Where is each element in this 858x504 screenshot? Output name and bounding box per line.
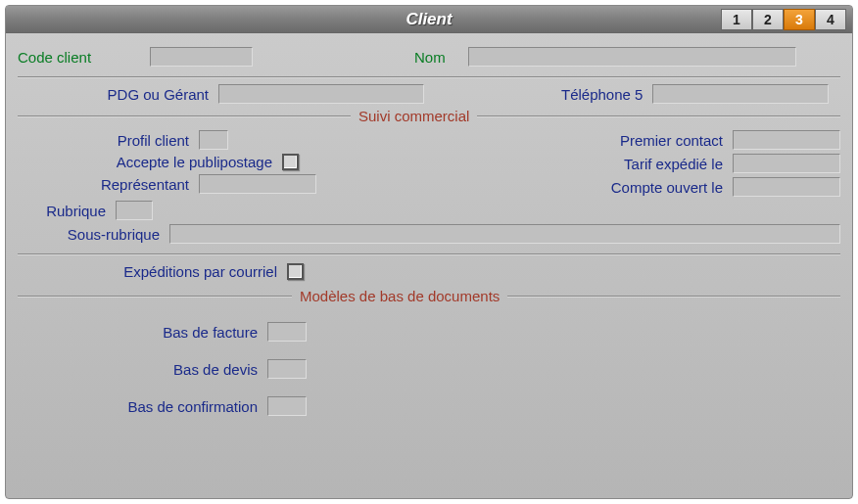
bas-devis-input[interactable] <box>267 359 307 379</box>
nom-input[interactable] <box>468 47 796 67</box>
section-line-models-left <box>18 296 292 298</box>
tab-4[interactable]: 4 <box>815 9 846 30</box>
tel5-label: Téléphone 5 <box>561 86 652 103</box>
compte-label: Compte ouvert le <box>611 179 733 196</box>
premier-contact-input[interactable] <box>733 130 840 150</box>
bas-facture-input[interactable] <box>267 322 307 342</box>
tab-3[interactable]: 3 <box>784 9 815 30</box>
divider-2 <box>18 253 840 255</box>
section-line-right <box>477 115 840 117</box>
section-commercial-title: Suivi commercial <box>351 108 477 124</box>
premier-contact-label: Premier contact <box>620 132 733 149</box>
publipostage-checkbox[interactable] <box>282 154 299 170</box>
representant-label: Représentant <box>18 176 199 193</box>
code-client-label: Code client <box>18 49 150 66</box>
code-client-input[interactable] <box>150 47 253 67</box>
tel5-input[interactable] <box>652 84 829 104</box>
compte-input[interactable] <box>733 177 840 197</box>
bas-confirmation-label: Bas de confirmation <box>18 398 267 415</box>
nom-label: Nom <box>414 49 468 66</box>
section-line-left <box>18 115 351 117</box>
rubrique-input[interactable] <box>116 201 153 220</box>
bas-devis-label: Bas de devis <box>18 361 267 378</box>
divider-1 <box>18 76 840 78</box>
expedition-checkbox[interactable] <box>287 263 304 280</box>
section-line-models-right <box>507 296 840 298</box>
profil-input[interactable] <box>199 130 228 150</box>
bas-facture-label: Bas de facture <box>18 324 267 341</box>
publipostage-label: Accepte le publipostage <box>18 154 282 170</box>
titlebar: Client 1 2 3 4 <box>6 6 852 33</box>
tab-1[interactable]: 1 <box>721 9 752 30</box>
pdg-input[interactable] <box>218 84 424 104</box>
tab-group: 1 2 3 4 <box>721 9 846 30</box>
representant-input[interactable] <box>199 174 316 194</box>
tarif-label: Tarif expédié le <box>624 156 733 172</box>
section-models-title: Modèles de bas de documents <box>292 288 507 304</box>
expedition-label: Expéditions par courriel <box>18 263 287 280</box>
pdg-label: PDG ou Gérant <box>18 86 218 103</box>
rubrique-label: Rubrique <box>18 203 116 219</box>
tab-2[interactable]: 2 <box>752 9 784 30</box>
bas-confirmation-input[interactable] <box>267 396 307 416</box>
window-title: Client <box>405 10 452 29</box>
sous-rubrique-label: Sous-rubrique <box>18 226 169 243</box>
tarif-input[interactable] <box>733 154 840 173</box>
sous-rubrique-input[interactable] <box>169 224 840 244</box>
profil-label: Profil client <box>18 132 199 149</box>
